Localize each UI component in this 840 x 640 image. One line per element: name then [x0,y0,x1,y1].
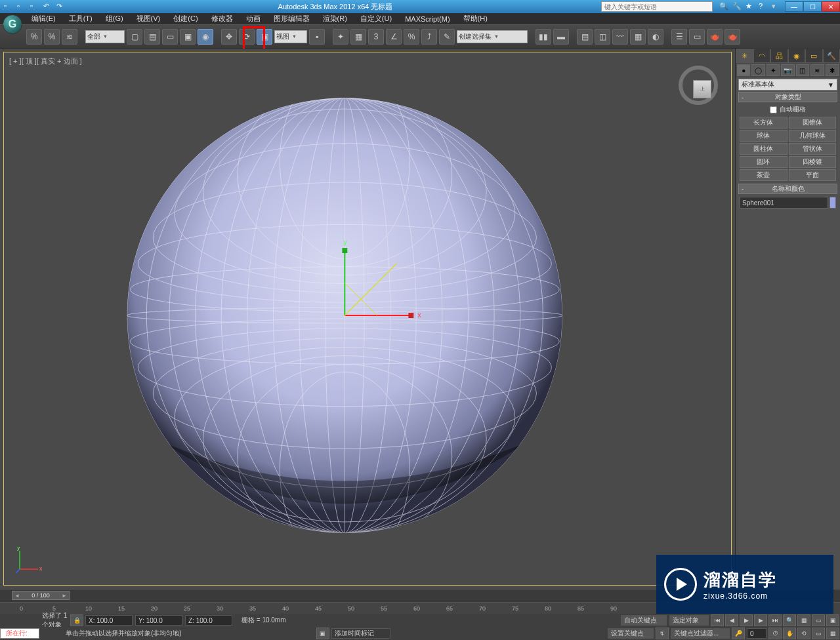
vp-pan-icon[interactable]: ✋ [783,628,796,639]
sphere-object[interactable]: x y [4,52,731,585]
play-prev-icon[interactable]: ⏮ [711,614,724,626]
menu-create[interactable]: 创建(C) [167,13,204,24]
setkey-button[interactable]: 设置关键点 [608,628,654,639]
binoculars-icon[interactable]: 🔍 [719,2,728,11]
menu-tools[interactable]: 工具(T) [62,13,99,24]
time-slider-handle[interactable]: 0 / 100 [12,591,70,600]
obj-teapot[interactable]: 茶壶 [740,169,788,181]
obj-tube[interactable]: 管状体 [789,143,837,155]
time-config-icon[interactable]: ⏱ [768,628,782,639]
angle-snap-icon[interactable]: ∠ [386,29,402,45]
render-icon[interactable]: 🫖 [707,29,723,45]
object-color-swatch[interactable] [830,197,836,209]
cameras-icon[interactable]: 📷 [781,64,794,76]
star-icon[interactable]: ★ [746,2,755,11]
shapes-icon[interactable]: ◯ [751,64,765,76]
vp-walk-icon[interactable]: ▭ [812,628,825,639]
key-big-icon[interactable]: 🔑 [732,628,745,639]
play-end-icon[interactable]: ⏭ [768,614,782,626]
schematic-icon[interactable]: ▦ [630,29,646,45]
help-icon[interactable]: ? [759,2,768,11]
selection-filter-combo[interactable]: 全部 [85,30,125,43]
key-mode-icon[interactable]: ↯ [656,628,669,639]
play-icon[interactable]: ▶ [740,614,753,626]
spacewarps-icon[interactable]: ≋ [810,64,824,76]
redo-icon[interactable]: ↷ [56,2,66,11]
geometry-icon[interactable]: ● [737,64,750,76]
undo-icon[interactable]: ↶ [43,2,52,11]
menu-views[interactable]: 视图(V) [130,13,167,24]
rendered-frame-icon[interactable]: ▭ [689,29,705,45]
ref-coord-combo[interactable]: 视图 [274,30,307,43]
tab-display-icon[interactable]: ▭ [805,49,823,63]
menu-modifiers[interactable]: 修改器 [205,13,240,24]
application-button[interactable]: G [3,14,22,34]
snap-3-icon[interactable]: 3 [368,29,384,45]
menu-rendering[interactable]: 渲染(R) [316,13,354,24]
obj-geosphere[interactable]: 几何球体 [789,130,837,142]
vp-zoomall-icon[interactable]: ▦ [797,614,810,626]
lock-selection-icon[interactable]: 🔒 [70,614,83,626]
select-by-name-icon[interactable]: ▤ [144,29,160,45]
scale-icon[interactable]: ▣ [257,29,272,45]
spinner-snap-icon[interactable]: ⤴ [421,29,437,45]
vp-orbit-icon[interactable]: ⟲ [797,628,810,639]
menu-maxscript[interactable]: MAXScript(M) [398,14,456,24]
tab-create-icon[interactable]: ✳ [736,49,753,63]
object-name-input[interactable] [740,197,828,209]
tab-utilities-icon[interactable]: 🔨 [823,49,841,63]
viewcube[interactable]: 上 [679,66,718,105]
menu-edit[interactable]: 编辑(E) [25,13,62,24]
obj-torus[interactable]: 圆环 [740,156,788,168]
keyboard-shortcut-icon[interactable]: ▦ [350,29,366,45]
play-back-icon[interactable]: ◀ [725,614,738,626]
category-combo[interactable]: 标准基本体▼ [738,79,837,90]
key-icon[interactable]: 🔧 [732,2,742,11]
named-selection-combo[interactable]: 创建选择集 [457,30,528,43]
align-icon[interactable]: ▬ [553,29,569,45]
move-icon[interactable]: ✥ [221,29,237,45]
obj-cylinder[interactable]: 圆柱体 [740,143,788,155]
link-icon[interactable]: % [26,29,42,45]
autogrid-checkbox[interactable]: 自动栅格 [736,104,840,115]
isolate-icon[interactable]: ▣ [316,628,329,639]
save-icon[interactable]: ▫ [30,2,39,11]
pivot-center-icon[interactable]: ▪ [309,29,325,45]
menu-grapheditors[interactable]: 图形编辑器 [267,13,316,24]
vp-fov-icon[interactable]: ▭ [812,614,825,626]
key-filters-button[interactable]: 关键点过滤器... [671,628,730,639]
render-setup-icon[interactable]: ☰ [671,29,687,45]
menu-animation[interactable]: 动画 [240,13,267,24]
curve-editor-icon[interactable]: 〰 [612,29,628,45]
lights-icon[interactable]: ✦ [766,64,780,76]
open-icon[interactable]: ▫ [17,2,26,11]
select-object-icon[interactable]: ▢ [127,29,142,45]
help-search-input[interactable]: 键入关键字或短语 [601,1,713,12]
play-fwd-icon[interactable]: ▶ [754,614,767,626]
add-time-tag[interactable]: 添加时间标记 [331,628,390,639]
vp-maxtoggle-icon[interactable]: ▦ [826,628,839,639]
bind-spacewarp-icon[interactable]: ≋ [62,29,77,45]
rect-region-icon[interactable]: ▭ [162,29,178,45]
viewcube-face-top[interactable]: 上 [693,80,711,98]
new-icon[interactable]: ▫ [4,2,13,11]
obj-sphere[interactable]: 球体 [740,130,788,142]
vp-zoom-icon[interactable]: 🔍 [783,614,796,626]
manipulate-icon[interactable]: ✦ [333,29,348,45]
graphite-icon[interactable]: ◫ [595,29,610,45]
coord-x[interactable]: X: 100.0 [85,615,133,626]
edit-named-sel-icon[interactable]: ✎ [439,29,455,45]
maximize-button[interactable]: ☐ [803,1,822,12]
selected-combo[interactable]: 选定对象 [669,615,709,626]
rollout-object-type[interactable]: -对象类型 [738,92,837,102]
rotate-icon[interactable]: ⟳ [239,29,255,45]
obj-box[interactable]: 长方体 [740,117,788,129]
menu-group[interactable]: 组(G) [99,13,130,24]
mirror-icon[interactable]: ▮▮ [536,29,551,45]
obj-pyramid[interactable]: 四棱锥 [789,156,837,168]
autokey-button[interactable]: 自动关键点 [621,615,667,626]
material-editor-icon[interactable]: ◐ [648,29,663,45]
percent-snap-icon[interactable]: % [404,29,419,45]
tab-modify-icon[interactable]: ◠ [753,49,771,63]
tab-hierarchy-icon[interactable]: 品 [770,49,788,63]
